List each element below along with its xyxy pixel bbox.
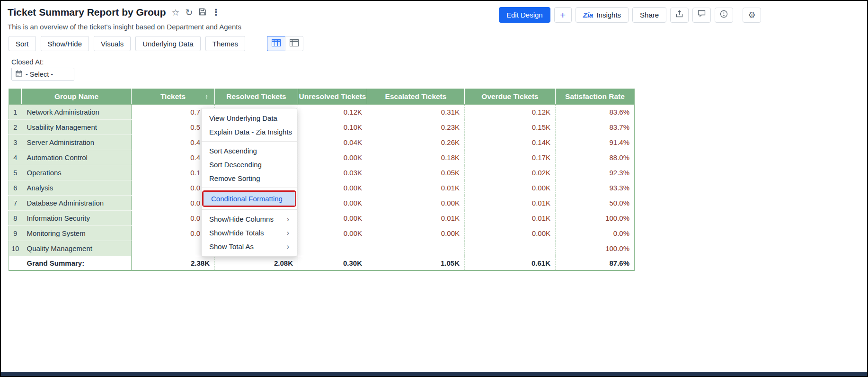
unresolved-tickets-cell[interactable]: 0.00K [298, 226, 367, 241]
group-name-cell[interactable]: Database Administration [22, 196, 132, 211]
group-name-cell[interactable]: Network Administration [22, 105, 132, 120]
menu-item-show-total-as[interactable]: Show Total As › [202, 240, 297, 253]
escalated-tickets-cell[interactable]: 0.01K [367, 211, 465, 226]
add-button[interactable]: + [554, 7, 572, 23]
satisfaction-rate-cell[interactable]: 100.0% [556, 241, 635, 256]
settings-button[interactable]: ⚙ [743, 8, 761, 23]
favorite-star-icon[interactable]: ☆ [172, 8, 180, 17]
unresolved-tickets-cell[interactable]: 0.00K [298, 180, 367, 196]
window-bottom-bar [1, 372, 867, 376]
group-name-cell[interactable]: Usability Management [22, 120, 132, 135]
group-name-cell[interactable]: Information Security [22, 211, 132, 226]
unresolved-tickets-cell[interactable]: 0.00K [298, 150, 367, 165]
unresolved-tickets-cell[interactable]: 0.04K [298, 135, 367, 150]
themes-button[interactable]: Themes [205, 36, 245, 51]
column-header-group-name[interactable]: Group Name [22, 89, 132, 105]
show-hide-button[interactable]: Show/Hide [41, 36, 89, 51]
menu-item-sort-descending[interactable]: Sort Descending [202, 158, 297, 171]
overdue-tickets-cell[interactable]: 0.17K [465, 150, 556, 165]
overdue-tickets-cell[interactable]: 0.00K [465, 180, 556, 196]
share-button[interactable]: Share [632, 7, 666, 23]
table-view-button[interactable] [267, 36, 285, 51]
escalated-tickets-cell[interactable]: 0.23K [367, 120, 465, 135]
filter-label: Closed At: [11, 58, 44, 66]
group-name-cell[interactable]: Operations [22, 165, 132, 180]
escalated-tickets-cell[interactable] [367, 241, 465, 256]
overdue-tickets-cell[interactable] [465, 241, 556, 256]
alerts-button[interactable] [715, 8, 733, 23]
group-name-cell[interactable]: Monitoring System [22, 226, 132, 241]
group-name-cell[interactable]: Quality Management [22, 241, 132, 256]
overdue-tickets-cell[interactable]: 0.01K [465, 196, 556, 211]
save-icon[interactable] [199, 8, 206, 17]
unresolved-tickets-cell[interactable]: 0.03K [298, 165, 367, 180]
column-header-resolved-tickets[interactable]: Resolved Tickets [215, 89, 298, 105]
escalated-tickets-cell[interactable]: 0.31K [367, 105, 465, 120]
closed-at-select[interactable]: - Select - [11, 68, 74, 81]
export-button[interactable] [670, 8, 689, 23]
escalated-tickets-cell[interactable]: 0.00K [367, 196, 465, 211]
overdue-tickets-cell[interactable]: 0.01K [465, 211, 556, 226]
column-header-unresolved-tickets[interactable]: Unresolved Tickets [298, 89, 367, 105]
menu-divider [202, 188, 297, 188]
menu-item-explain-data-zia-insights[interactable]: Explain Data - Zia Insights [202, 125, 297, 139]
satisfaction-rate-cell[interactable]: 100.0% [556, 211, 635, 226]
satisfaction-rate-cell[interactable]: 88.0% [556, 150, 635, 165]
unresolved-tickets-cell[interactable]: 0.12K [298, 105, 367, 120]
escalated-tickets-cell[interactable]: 0.26K [367, 135, 465, 150]
satisfaction-rate-cell[interactable]: 50.0% [556, 196, 635, 211]
grand-summary-row: Grand Summary: 2.38K 2.08K 0.30K 1.05K 0… [9, 256, 635, 270]
satisfaction-rate-cell[interactable]: 83.6% [556, 105, 635, 120]
menu-item-label: Show/Hide Totals [209, 229, 264, 236]
overdue-tickets-cell[interactable]: 0.12K [465, 105, 556, 120]
escalated-tickets-cell[interactable]: 0.18K [367, 150, 465, 165]
zia-insights-button[interactable]: Zia Insights [576, 7, 629, 23]
column-header-overdue-tickets[interactable]: Overdue Tickets [465, 89, 556, 105]
escalated-tickets-cell[interactable]: 0.05K [367, 165, 465, 180]
satisfaction-rate-cell[interactable]: 91.4% [556, 135, 635, 150]
underlying-data-button[interactable]: Underlying Data [135, 36, 201, 51]
group-name-cell[interactable]: Server Administration [22, 135, 132, 150]
satisfaction-rate-cell[interactable]: 93.3% [556, 180, 635, 196]
unresolved-tickets-cell[interactable] [298, 241, 367, 256]
escalated-tickets-cell[interactable]: 0.01K [367, 180, 465, 196]
table-row: 8Information Security0.00.00K0.01K0.01K1… [9, 211, 635, 226]
report-header: Ticket Summary Report by Group ☆ ↻ ⋮ [8, 7, 221, 18]
menu-item-sort-ascending[interactable]: Sort Ascending [202, 144, 297, 158]
row-number-cell: 9 [9, 226, 22, 241]
satisfaction-rate-cell[interactable]: 83.7% [556, 120, 635, 135]
sort-button[interactable]: Sort [9, 36, 36, 51]
group-name-cell[interactable]: Automation Control [22, 150, 132, 165]
unresolved-tickets-cell[interactable]: 0.10K [298, 120, 367, 135]
overdue-tickets-cell[interactable]: 0.15K [465, 120, 556, 135]
menu-item-show-hide-totals[interactable]: Show/Hide Totals › [202, 226, 297, 240]
column-header-satisfaction-rate[interactable]: Satisfaction Rate [556, 89, 635, 105]
column-header-escalated-tickets[interactable]: Escalated Tickets [367, 89, 465, 105]
comments-button[interactable] [692, 8, 711, 23]
row-number-cell: 4 [9, 150, 22, 165]
zia-icon: Zia [583, 11, 593, 19]
menu-item-conditional-formatting[interactable]: Conditional Formatting [204, 192, 295, 206]
overdue-tickets-cell[interactable]: 0.02K [465, 165, 556, 180]
group-name-cell[interactable]: Analysis [22, 180, 132, 196]
sort-ascending-icon: ↑ [205, 93, 208, 100]
visuals-button[interactable]: Visuals [94, 36, 131, 51]
more-options-kebab-icon[interactable]: ⋮ [212, 8, 221, 17]
menu-item-show-hide-columns[interactable]: Show/Hide Columns › [202, 212, 297, 226]
summary-view-button[interactable] [285, 36, 303, 51]
row-number-cell: 10 [9, 241, 22, 256]
unresolved-tickets-cell[interactable]: 0.00K [298, 196, 367, 211]
satisfaction-rate-cell[interactable]: 0.0% [556, 226, 635, 241]
menu-item-view-underlying-data[interactable]: View Underlying Data [202, 111, 297, 125]
refresh-icon[interactable]: ↻ [186, 8, 193, 17]
overdue-tickets-cell[interactable]: 0.14K [465, 135, 556, 150]
overdue-tickets-cell[interactable]: 0.00K [465, 226, 556, 241]
unresolved-tickets-cell[interactable]: 0.00K [298, 211, 367, 226]
page-title: Ticket Summary Report by Group [8, 7, 166, 18]
menu-item-remove-sorting[interactable]: Remove Sorting [202, 171, 297, 185]
tickets-header-label: Tickets [160, 92, 186, 100]
escalated-tickets-cell[interactable]: 0.00K [367, 226, 465, 241]
column-header-tickets[interactable]: Tickets ↑ [132, 89, 215, 105]
satisfaction-rate-cell[interactable]: 92.3% [556, 165, 635, 180]
edit-design-button[interactable]: Edit Design [499, 7, 550, 23]
